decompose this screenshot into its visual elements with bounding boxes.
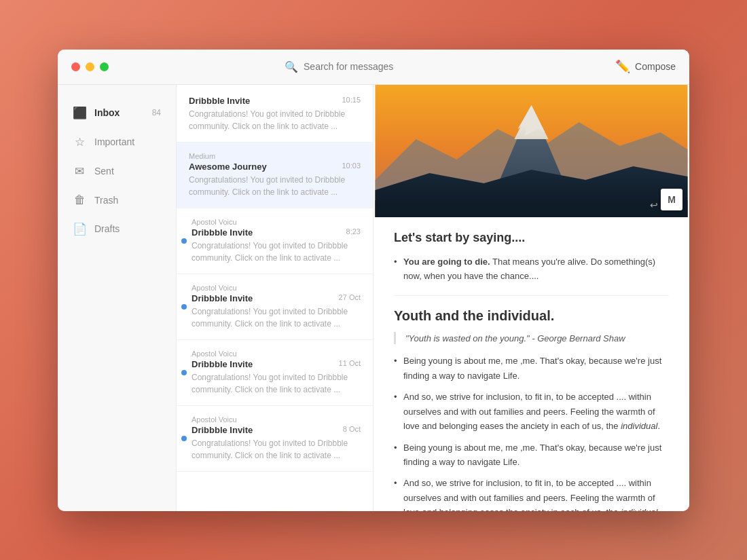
sidebar-item-label-drafts: Drafts: [94, 223, 120, 234]
traffic-lights: [71, 62, 109, 71]
maximize-button[interactable]: [100, 62, 109, 71]
bullet5-italic: individual: [621, 507, 657, 510]
bullet3-italic: individual: [621, 421, 657, 431]
bullet5-text: And so, we strive for inclusion, to fit …: [403, 478, 655, 510]
titlebar: 🔍 ✏️ Compose: [58, 50, 689, 85]
list-item[interactable]: Apostol Voicu Dribbble Invite 8:23 Congr…: [177, 208, 373, 274]
email-item-header: Dribbble Invite 11 Oct: [192, 359, 361, 369]
sidebar-item-drafts[interactable]: 📄 Drafts: [58, 214, 176, 244]
email-preview: Congratulations! You got invited to Drib…: [192, 371, 361, 396]
reply-icon: ↩: [650, 200, 658, 210]
email-subject: Dribbble Invite: [189, 96, 336, 106]
email-item-header: Dribbble Invite 8 Oct: [192, 425, 361, 435]
compose-label: Compose: [635, 61, 676, 72]
blockquote: "Youth is wasted on the young." - George…: [394, 332, 669, 344]
unread-indicator: [181, 436, 187, 441]
email-time: 8 Oct: [343, 425, 361, 433]
email-sender: Apostol Voicu: [192, 415, 361, 424]
email-sender: Apostol Voicu: [192, 284, 361, 292]
sidebar-item-label-sent: Sent: [94, 166, 114, 176]
star-icon: ☆: [73, 135, 86, 149]
bullet3: And so, we strive for inclusion, to fit …: [394, 390, 669, 433]
inbox-icon: ⬛: [73, 106, 86, 120]
email-preview: Congratulations! You got invited to Drib…: [192, 437, 361, 462]
email-detail: ↩ M Let's start by saying.... You are go…: [374, 85, 689, 511]
email-time: 11 Oct: [339, 359, 361, 367]
email-preview: Congratulations! You got invited to Drib…: [189, 174, 361, 198]
email-item-header: Dribbble Invite 10:15: [189, 96, 361, 106]
email-item-header: Awesome Journey 10:03: [189, 162, 361, 172]
bullet3-end: .: [657, 421, 660, 431]
email-sender: Apostol Voicu: [192, 350, 361, 358]
email-preview: Congratulations! You got invited to Drib…: [192, 240, 361, 264]
email-subject: Awesome Journey: [189, 162, 336, 172]
sent-icon: ✉: [73, 164, 86, 179]
minimize-button[interactable]: [86, 62, 94, 71]
list-item[interactable]: Apostol Voicu Dribbble Invite 11 Oct Con…: [177, 340, 373, 406]
sidebar-item-label-important: Important: [94, 136, 134, 147]
compose-button[interactable]: ✏️ Compose: [615, 59, 676, 74]
sidebar-item-trash[interactable]: 🗑 Trash: [58, 186, 176, 214]
trash-icon: 🗑: [73, 193, 86, 207]
email-subject: Dribbble Invite: [192, 227, 341, 238]
bullet5-end: .: [657, 507, 660, 510]
bullet1: You are going to die. That means you're …: [394, 255, 669, 284]
unread-indicator: [181, 238, 187, 244]
compose-icon: ✏️: [615, 59, 630, 74]
list-item[interactable]: Apostol Voicu Dribbble Invite 27 Oct Con…: [177, 274, 373, 340]
bullet1-bold: You are going to die.: [403, 257, 490, 267]
bullet4: Being young is about me, me ,me. That's …: [394, 441, 669, 470]
search-icon: 🔍: [285, 60, 298, 73]
bullet5: And so, we strive for inclusion, to fit …: [394, 476, 669, 510]
email-sender: Medium: [189, 152, 361, 160]
section-divider: [394, 295, 669, 296]
blockquote-text: "Youth is wasted on the young." - George…: [405, 333, 625, 343]
list-item[interactable]: Dribbble Invite 10:15 Congratulations! Y…: [177, 85, 373, 143]
unread-indicator: [181, 370, 187, 375]
email-item-header: Dribbble Invite 8:23: [192, 227, 361, 238]
drafts-icon: 📄: [73, 222, 86, 236]
email-time: 10:15: [342, 96, 361, 104]
svg-rect-6: [376, 200, 688, 217]
email-preview: Congratulations! You got invited to Drib…: [189, 108, 361, 132]
bullet3-text: And so, we strive for inclusion, to fit …: [403, 392, 655, 431]
medium-avatar: M: [661, 189, 682, 210]
list-item[interactable]: Medium Awesome Journey 10:03 Congratulat…: [177, 143, 373, 208]
list-item[interactable]: Apostol Voicu Dribbble Invite 8 Oct Cong…: [177, 406, 373, 472]
email-time: 8:23: [346, 227, 361, 236]
mountain-svg: [374, 85, 689, 217]
mail-window: 🔍 ✏️ Compose ⬛ Inbox 84 ☆ Important ✉ Se…: [58, 50, 689, 511]
email-item-header: Dribbble Invite 27 Oct: [192, 293, 361, 303]
section2-title: Youth and the individual.: [394, 308, 669, 324]
email-subject: Dribbble Invite: [192, 293, 333, 303]
section1-title: Let's start by saying....: [394, 231, 669, 245]
close-button[interactable]: [71, 62, 80, 71]
email-subject: Dribbble Invite: [192, 425, 338, 435]
unread-indicator: [181, 304, 187, 310]
email-time: 27 Oct: [339, 293, 361, 301]
sidebar-item-sent[interactable]: ✉ Sent: [58, 157, 176, 186]
sidebar-item-important[interactable]: ☆ Important: [58, 128, 176, 157]
hero-image: ↩ M: [374, 85, 689, 217]
bullet2: Being young is about me, me ,me. That's …: [394, 354, 669, 383]
search-bar: 🔍: [122, 60, 615, 73]
email-content: Let's start by saying.... You are going …: [374, 217, 689, 511]
sidebar: ⬛ Inbox 84 ☆ Important ✉ Sent 🗑 Trash 📄 …: [58, 85, 177, 511]
email-list: Dribbble Invite 10:15 Congratulations! Y…: [177, 85, 374, 511]
email-subject: Dribbble Invite: [192, 359, 333, 369]
email-preview: Congratulations! You got invited to Drib…: [192, 305, 361, 330]
search-input[interactable]: [304, 61, 453, 72]
main-body: ⬛ Inbox 84 ☆ Important ✉ Sent 🗑 Trash 📄 …: [58, 85, 689, 511]
email-sender: Apostol Voicu: [192, 218, 361, 226]
sidebar-item-inbox[interactable]: ⬛ Inbox 84: [58, 98, 176, 128]
sidebar-item-label-inbox: Inbox: [94, 107, 120, 118]
inbox-badge: 84: [152, 108, 161, 117]
sidebar-item-label-trash: Trash: [94, 195, 118, 206]
email-time: 10:03: [342, 162, 361, 170]
